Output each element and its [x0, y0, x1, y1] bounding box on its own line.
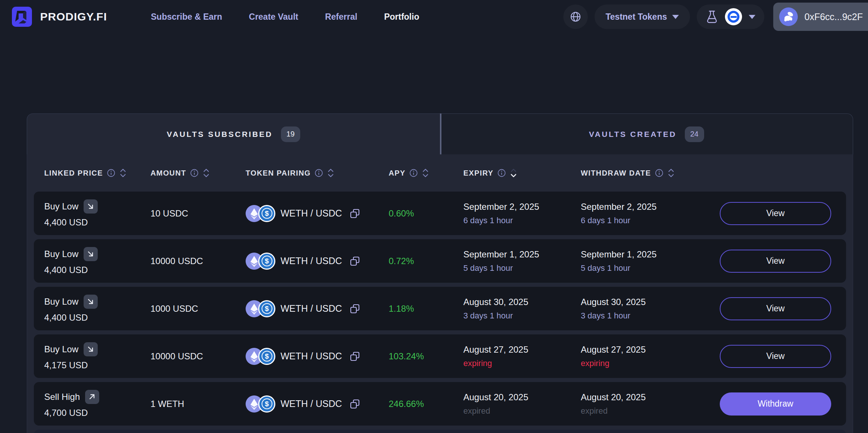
amount-value: 1 WETH: [150, 399, 246, 409]
linked-price-value: 4,400 USD: [44, 217, 150, 228]
wallet-address: 0xF6cc...9c2F: [804, 12, 863, 22]
testnet-tokens-dropdown[interactable]: Testnet Tokens: [595, 4, 690, 29]
amount-value: 10000 USDC: [150, 256, 246, 266]
expiry-date: August 27, 2025: [463, 344, 581, 355]
token-pair-icons: $: [246, 348, 275, 365]
info-icon[interactable]: [190, 169, 199, 177]
withdraw-date-cell: August 30, 2025 3 days 1 hour: [581, 297, 720, 321]
column-label: APY: [389, 169, 405, 177]
column-header-linked-price[interactable]: LINKED PRICE: [34, 168, 150, 178]
token-pair-icons: $: [246, 205, 275, 222]
withdraw-date: August 30, 2025: [581, 297, 720, 307]
expiry-date: September 2, 2025: [463, 202, 581, 212]
view-button[interactable]: View: [720, 202, 831, 225]
withdraw-note: 5 days 1 hour: [581, 263, 720, 273]
strategy-label: Buy Low: [44, 296, 78, 307]
token-pairing-cell: $ WETH / USDC: [246, 253, 389, 270]
brand[interactable]: PRODIGY.FI: [11, 6, 107, 28]
vault-row: Buy Low 4,400 USD 10000 USDC $ WETH / US…: [34, 239, 846, 283]
sort-chevrons-icon[interactable]: [667, 168, 675, 178]
token-pairing-cell: $ WETH / USDC: [246, 395, 389, 413]
usdc-coin-icon: $: [258, 205, 275, 222]
token-pairing-cell: $ WETH / USDC: [246, 348, 389, 365]
strategy-label: Buy Low: [44, 201, 78, 212]
tab-divider: [440, 113, 441, 154]
info-icon[interactable]: [314, 169, 323, 177]
apy-value: 103.24%: [389, 351, 463, 362]
vaults-table: LINKED PRICE AMOUNT TOKEN PAIRING APY EX: [27, 154, 853, 433]
expiry-note: 5 days 1 hour: [463, 263, 581, 273]
nav-portfolio[interactable]: Portfolio: [384, 12, 420, 22]
pair-name: WETH / USDC: [281, 256, 342, 266]
copy-icon[interactable]: [349, 208, 360, 219]
expiry-cell: September 1, 2025 5 days 1 hour: [463, 249, 581, 273]
nav-create-vault[interactable]: Create Vault: [249, 12, 298, 22]
expiry-note: expiring: [463, 359, 581, 368]
column-header-expiry[interactable]: EXPIRY: [463, 168, 581, 178]
nav-referral[interactable]: Referral: [325, 12, 357, 22]
tab-vaults-created[interactable]: VAULTS CREATED 24: [440, 113, 854, 154]
info-icon[interactable]: [655, 169, 664, 177]
column-header-amount[interactable]: AMOUNT: [150, 168, 246, 178]
amount-value: 1000 USDC: [150, 304, 246, 314]
view-button[interactable]: View: [720, 250, 831, 273]
column-header-withdraw-date[interactable]: WITHDRAW DATE: [581, 168, 720, 178]
withdraw-date-cell: September 2, 2025 6 days 1 hour: [581, 202, 720, 225]
main-nav: Subscribe & Earn Create Vault Referral P…: [151, 12, 419, 22]
caret-down-icon: [749, 15, 755, 19]
testnet-tokens-label: Testnet Tokens: [606, 12, 667, 22]
copy-icon[interactable]: [349, 303, 360, 314]
flask-icon: [706, 10, 718, 24]
top-navigation-bar: PRODIGY.FI Subscribe & Earn Create Vault…: [0, 0, 868, 33]
apy-value: 246.66%: [389, 399, 463, 409]
expiry-date: August 30, 2025: [463, 297, 581, 307]
amount-value: 10000 USDC: [150, 351, 246, 362]
linked-price-value: 4,400 USD: [44, 312, 150, 323]
linked-price-value: 4,700 USD: [44, 408, 150, 418]
network-selector[interactable]: [697, 4, 764, 29]
view-button[interactable]: View: [720, 345, 831, 368]
view-button[interactable]: View: [720, 297, 831, 320]
info-icon[interactable]: [107, 169, 116, 177]
column-header-apy[interactable]: APY: [389, 168, 463, 178]
nav-subscribe-earn[interactable]: Subscribe & Earn: [151, 12, 222, 22]
prodigy-logo-icon: [11, 6, 33, 28]
linked-price-value: 4,400 USD: [44, 265, 150, 275]
usdc-coin-icon: $: [258, 348, 275, 365]
wallet-button[interactable]: 0xF6cc...9c2F: [773, 3, 868, 31]
expiry-note: expired: [463, 406, 581, 416]
arrow-down-right-icon: [84, 295, 98, 309]
sort-chevrons-icon[interactable]: [327, 168, 334, 178]
sort-chevrons-icon[interactable]: [203, 168, 210, 178]
info-icon[interactable]: [409, 169, 418, 177]
column-label: AMOUNT: [150, 169, 186, 177]
vaults-panel: VAULTS SUBSCRIBED 19 VAULTS CREATED 24 L…: [27, 113, 853, 433]
tab-vaults-subscribed-label: VAULTS SUBSCRIBED: [167, 130, 273, 139]
apy-value: 0.72%: [389, 256, 463, 266]
vault-row-partial: [34, 430, 846, 433]
copy-icon[interactable]: [349, 256, 360, 267]
linked-price-cell: Sell High 4,700 USD: [34, 390, 150, 418]
sort-chevrons-icon[interactable]: [119, 168, 127, 178]
withdraw-button[interactable]: Withdraw: [720, 392, 831, 416]
sort-chevrons-icon[interactable]: [422, 168, 429, 178]
token-pair-icons: $: [246, 253, 275, 270]
info-icon[interactable]: [497, 169, 506, 177]
vault-row: Buy Low 4,400 USD 10 USDC $ WETH / USDC: [34, 192, 846, 235]
globe-icon: [569, 10, 582, 23]
strategy-label: Buy Low: [44, 344, 78, 355]
language-globe-button[interactable]: [563, 4, 588, 29]
caret-down-icon: [672, 15, 679, 19]
pair-name: WETH / USDC: [281, 208, 342, 219]
rabbit-avatar: [779, 7, 798, 26]
column-header-token-pairing[interactable]: TOKEN PAIRING: [246, 168, 389, 178]
tab-vaults-subscribed[interactable]: VAULTS SUBSCRIBED 19: [27, 113, 440, 154]
withdraw-note: 6 days 1 hour: [581, 216, 720, 225]
sort-chevrons-icon-active-desc[interactable]: [510, 168, 517, 178]
expiry-cell: August 20, 2025 expired: [463, 392, 581, 416]
linked-price-cell: Buy Low 4,175 USD: [34, 342, 150, 371]
copy-icon[interactable]: [349, 398, 360, 410]
expiry-date: September 1, 2025: [463, 249, 581, 260]
copy-icon[interactable]: [349, 351, 360, 362]
column-label: TOKEN PAIRING: [246, 169, 311, 177]
